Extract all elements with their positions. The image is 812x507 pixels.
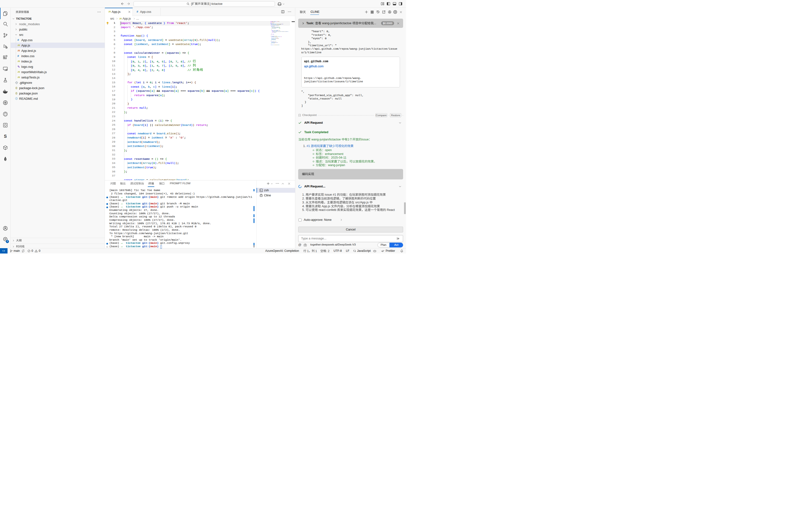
svg-text:1: 1 [307,249,309,252]
svg-text:react-confetti: react-confetti [319,208,336,212]
svg-text:React: React [387,208,395,212]
svg-text:1: 1 [347,138,349,141]
svg-text:issue: issue [362,138,369,141]
svg-text:Task:: Task: [306,22,314,25]
svg-text:#1: #1 [307,144,310,148]
svg-text:] tictactoe: ] tictactoe [210,2,223,6]
svg-text:1: 1 [315,249,317,252]
svg-text:: 2: : 2 [326,249,330,252]
svg-text:[: [ [191,2,192,6]
svg-text:wang-junjian/tictactoe: wang-junjian/tictactoe [311,138,340,141]
svg-text:wang-junjian/tictactoe: wang-junjian/tictactoe [322,22,351,25]
svg-text:wang-junjian: wang-junjian [328,164,345,167]
svg-text:1.: 1. [303,144,306,148]
svg-text:5.: 5. [302,208,305,212]
svg-text:...: ... [374,22,376,25]
